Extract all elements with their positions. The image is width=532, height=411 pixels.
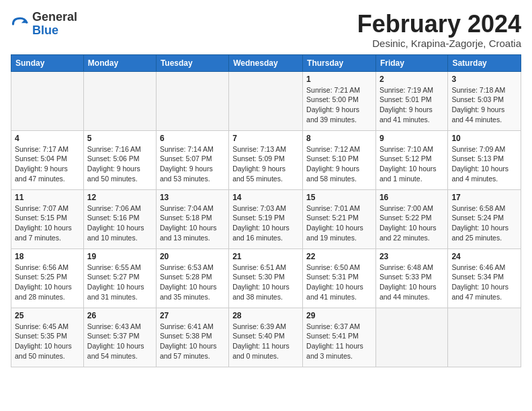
day-number: 16 xyxy=(380,193,444,202)
calendar-cell: 16Sunrise: 7:00 AM Sunset: 5:22 PM Dayli… xyxy=(375,189,447,248)
day-info: Sunrise: 7:07 AM Sunset: 5:15 PM Dayligh… xyxy=(15,203,80,243)
day-info: Sunrise: 6:50 AM Sunset: 5:31 PM Dayligh… xyxy=(306,263,372,302)
header-wednesday: Wednesday xyxy=(229,54,303,71)
title-block: February 2024 Desinic, Krapina-Zagorje, … xyxy=(357,11,521,49)
day-number: 29 xyxy=(306,311,372,320)
calendar-cell: 25Sunrise: 6:45 AM Sunset: 5:35 PM Dayli… xyxy=(11,308,84,367)
logo-icon xyxy=(11,15,30,34)
day-info: Sunrise: 7:12 AM Sunset: 5:10 PM Dayligh… xyxy=(306,144,372,184)
day-info: Sunrise: 7:17 AM Sunset: 5:04 PM Dayligh… xyxy=(15,144,80,184)
header-sunday: Sunday xyxy=(11,54,84,71)
day-number: 24 xyxy=(451,252,517,261)
day-number: 27 xyxy=(160,311,225,320)
calendar-cell: 5Sunrise: 7:16 AM Sunset: 5:06 PM Daylig… xyxy=(83,130,156,189)
logo-general-text: General xyxy=(32,10,77,24)
day-info: Sunrise: 6:58 AM Sunset: 5:24 PM Dayligh… xyxy=(451,203,517,243)
calendar-cell: 28Sunrise: 6:39 AM Sunset: 5:40 PM Dayli… xyxy=(229,308,303,367)
calendar-cell: 24Sunrise: 6:46 AM Sunset: 5:34 PM Dayli… xyxy=(448,248,521,308)
calendar-cell xyxy=(83,71,156,130)
day-info: Sunrise: 7:10 AM Sunset: 5:12 PM Dayligh… xyxy=(380,144,444,184)
day-number: 26 xyxy=(87,311,152,320)
day-info: Sunrise: 6:41 AM Sunset: 5:38 PM Dayligh… xyxy=(160,322,225,361)
day-number: 1 xyxy=(306,75,372,84)
day-number: 21 xyxy=(232,252,299,261)
calendar-cell xyxy=(156,71,228,130)
header-monday: Monday xyxy=(83,54,156,71)
day-info: Sunrise: 6:43 AM Sunset: 5:37 PM Dayligh… xyxy=(87,322,152,361)
calendar-cell: 18Sunrise: 6:56 AM Sunset: 5:25 PM Dayli… xyxy=(11,248,84,308)
day-info: Sunrise: 7:00 AM Sunset: 5:22 PM Dayligh… xyxy=(380,203,444,243)
calendar-cell xyxy=(11,71,84,130)
calendar-cell: 10Sunrise: 7:09 AM Sunset: 5:13 PM Dayli… xyxy=(448,130,521,189)
day-number: 8 xyxy=(306,134,372,143)
calendar-cell: 27Sunrise: 6:41 AM Sunset: 5:38 PM Dayli… xyxy=(156,308,228,367)
day-info: Sunrise: 7:21 AM Sunset: 5:00 PM Dayligh… xyxy=(306,85,372,125)
day-info: Sunrise: 6:56 AM Sunset: 5:25 PM Dayligh… xyxy=(15,263,80,302)
calendar-cell xyxy=(229,71,303,130)
day-number: 7 xyxy=(232,134,299,143)
calendar-cell: 19Sunrise: 6:55 AM Sunset: 5:27 PM Dayli… xyxy=(83,248,156,308)
header-friday: Friday xyxy=(375,54,447,71)
calendar-cell: 14Sunrise: 7:03 AM Sunset: 5:19 PM Dayli… xyxy=(229,189,303,248)
day-info: Sunrise: 6:48 AM Sunset: 5:33 PM Dayligh… xyxy=(380,263,444,302)
calendar-week-row: 18Sunrise: 6:56 AM Sunset: 5:25 PM Dayli… xyxy=(11,248,521,308)
day-number: 9 xyxy=(380,134,444,143)
calendar-cell: 1Sunrise: 7:21 AM Sunset: 5:00 PM Daylig… xyxy=(303,71,376,130)
calendar-cell: 20Sunrise: 6:53 AM Sunset: 5:28 PM Dayli… xyxy=(156,248,228,308)
day-number: 19 xyxy=(87,252,152,261)
calendar-week-row: 11Sunrise: 7:07 AM Sunset: 5:15 PM Dayli… xyxy=(11,189,521,248)
calendar-table: SundayMondayTuesdayWednesdayThursdayFrid… xyxy=(11,54,521,367)
day-number: 12 xyxy=(87,193,152,202)
day-info: Sunrise: 7:16 AM Sunset: 5:06 PM Dayligh… xyxy=(87,144,152,184)
header-saturday: Saturday xyxy=(448,54,521,71)
day-info: Sunrise: 6:51 AM Sunset: 5:30 PM Dayligh… xyxy=(232,263,299,302)
calendar-week-row: 1Sunrise: 7:21 AM Sunset: 5:00 PM Daylig… xyxy=(11,71,521,130)
day-info: Sunrise: 7:03 AM Sunset: 5:19 PM Dayligh… xyxy=(232,203,299,243)
day-info: Sunrise: 6:45 AM Sunset: 5:35 PM Dayligh… xyxy=(15,322,80,361)
calendar-cell: 7Sunrise: 7:13 AM Sunset: 5:09 PM Daylig… xyxy=(229,130,303,189)
calendar-header-row: SundayMondayTuesdayWednesdayThursdayFrid… xyxy=(11,54,521,71)
day-number: 6 xyxy=(160,134,225,143)
month-year-title: February 2024 xyxy=(357,11,521,38)
calendar-cell: 6Sunrise: 7:14 AM Sunset: 5:07 PM Daylig… xyxy=(156,130,228,189)
day-number: 14 xyxy=(232,193,299,202)
day-info: Sunrise: 7:01 AM Sunset: 5:21 PM Dayligh… xyxy=(306,203,372,243)
calendar-cell: 21Sunrise: 6:51 AM Sunset: 5:30 PM Dayli… xyxy=(229,248,303,308)
logo-blue-text: Blue xyxy=(32,24,58,37)
day-info: Sunrise: 7:04 AM Sunset: 5:18 PM Dayligh… xyxy=(160,203,225,243)
calendar-cell: 3Sunrise: 7:18 AM Sunset: 5:03 PM Daylig… xyxy=(448,71,521,130)
calendar-cell: 26Sunrise: 6:43 AM Sunset: 5:37 PM Dayli… xyxy=(83,308,156,367)
day-number: 11 xyxy=(15,193,80,202)
day-info: Sunrise: 6:37 AM Sunset: 5:41 PM Dayligh… xyxy=(306,322,372,361)
calendar-cell xyxy=(375,308,447,367)
day-info: Sunrise: 7:19 AM Sunset: 5:01 PM Dayligh… xyxy=(380,85,444,125)
day-number: 15 xyxy=(306,193,372,202)
day-number: 28 xyxy=(232,311,299,320)
day-info: Sunrise: 7:18 AM Sunset: 5:03 PM Dayligh… xyxy=(451,85,517,125)
header-thursday: Thursday xyxy=(303,54,376,71)
day-info: Sunrise: 6:39 AM Sunset: 5:40 PM Dayligh… xyxy=(232,322,299,361)
calendar-cell: 8Sunrise: 7:12 AM Sunset: 5:10 PM Daylig… xyxy=(303,130,376,189)
day-number: 2 xyxy=(380,75,444,84)
page-header: General Blue February 2024 Desinic, Krap… xyxy=(11,11,521,49)
day-number: 17 xyxy=(451,193,517,202)
day-number: 22 xyxy=(306,252,372,261)
day-info: Sunrise: 7:14 AM Sunset: 5:07 PM Dayligh… xyxy=(160,144,225,184)
day-info: Sunrise: 7:09 AM Sunset: 5:13 PM Dayligh… xyxy=(451,144,517,184)
day-number: 5 xyxy=(87,134,152,143)
calendar-week-row: 25Sunrise: 6:45 AM Sunset: 5:35 PM Dayli… xyxy=(11,308,521,367)
calendar-cell: 22Sunrise: 6:50 AM Sunset: 5:31 PM Dayli… xyxy=(303,248,376,308)
svg-marker-0 xyxy=(21,19,29,23)
day-number: 23 xyxy=(380,252,444,261)
calendar-cell: 11Sunrise: 7:07 AM Sunset: 5:15 PM Dayli… xyxy=(11,189,84,248)
day-info: Sunrise: 6:53 AM Sunset: 5:28 PM Dayligh… xyxy=(160,263,225,302)
day-number: 18 xyxy=(15,252,80,261)
day-info: Sunrise: 7:13 AM Sunset: 5:09 PM Dayligh… xyxy=(232,144,299,184)
day-info: Sunrise: 6:46 AM Sunset: 5:34 PM Dayligh… xyxy=(451,263,517,302)
logo: General Blue xyxy=(11,11,77,38)
day-number: 13 xyxy=(160,193,225,202)
calendar-cell: 13Sunrise: 7:04 AM Sunset: 5:18 PM Dayli… xyxy=(156,189,228,248)
calendar-cell xyxy=(448,308,521,367)
header-tuesday: Tuesday xyxy=(156,54,228,71)
calendar-cell: 23Sunrise: 6:48 AM Sunset: 5:33 PM Dayli… xyxy=(375,248,447,308)
